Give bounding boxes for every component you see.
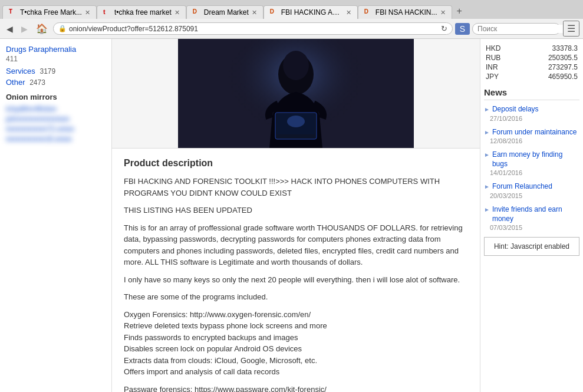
- news-bullet: ►: [484, 183, 490, 190]
- services-count: 3179: [39, 67, 55, 75]
- news-item-title-row: ► Deposit delays: [484, 105, 579, 114]
- reload-icon[interactable]: ↻: [441, 24, 447, 33]
- news-bullet: ►: [484, 129, 490, 136]
- tab-tchka-1[interactable]: T T•chka Free Mark... ✕: [2, 5, 97, 19]
- mirror-link-2[interactable]: jolmmmmmmmmion: [6, 115, 70, 123]
- other-link[interactable]: Other: [6, 78, 25, 87]
- product-para-2: THIS LISTING HAS BEEN UPDATED: [124, 205, 468, 216]
- content-area: Product description FBI HACKING AND FORE…: [112, 39, 480, 392]
- news-bullet: ►: [484, 151, 490, 158]
- svg-point-6: [287, 116, 305, 127]
- category-other[interactable]: Other 2473: [0, 77, 111, 88]
- tab-fbi-nsa[interactable]: D FBI NSA HACKIN... ✕: [358, 5, 452, 19]
- news-item: ► Forum Relaunched 20/03/2015: [484, 182, 579, 199]
- news-item-title-row: ► Invite friends and earn money: [484, 205, 579, 223]
- news-date: 27/10/2016: [484, 115, 579, 122]
- forward-button[interactable]: ▶: [18, 23, 31, 35]
- news-link[interactable]: Earn money by finding bugs: [492, 150, 579, 169]
- currency-value: 33378.3: [518, 44, 579, 53]
- currency-code: INR: [484, 62, 518, 72]
- tab-close-5[interactable]: ✕: [440, 9, 446, 17]
- search-bar-container: [472, 23, 561, 35]
- services-link[interactable]: Services: [6, 67, 35, 75]
- browser-s-button[interactable]: S: [455, 23, 470, 35]
- currency-code: JPY: [484, 72, 518, 81]
- product-para-1: FBI HACKING AND FORENSIC TOOLKIT !!!>>> …: [124, 176, 468, 199]
- product-description: Product description FBI HACKING AND FORE…: [112, 149, 480, 392]
- url-bar-container: 🔒 ↻: [53, 22, 453, 35]
- tab-favicon-2: t: [103, 8, 111, 17]
- tab-fbi-hacking[interactable]: D FBI HACKING AN... ✕: [263, 5, 358, 19]
- currency-code: HKD: [484, 44, 518, 53]
- drugs-link[interactable]: Drugs Paraphernalia: [6, 45, 76, 54]
- tab-dream[interactable]: D Dream Market ✕: [186, 5, 263, 19]
- tab-label-5: FBI NSA HACKIN...: [376, 8, 437, 17]
- news-link[interactable]: Deposit delays: [492, 105, 539, 114]
- product-para-4: I only have so many keys so only the nex…: [124, 274, 468, 286]
- other-count: 2473: [29, 78, 45, 87]
- news-link[interactable]: Forum Relaunched: [492, 182, 552, 192]
- tab-favicon-3: D: [193, 8, 201, 17]
- search-input[interactable]: [477, 25, 566, 33]
- news-link[interactable]: Forum under maintainance: [492, 128, 577, 137]
- browser-menu-button[interactable]: ☰: [563, 21, 579, 37]
- mirror-3[interactable]: mmmmmmm72.onion: [0, 124, 111, 134]
- news-items-container: ► Deposit delays 27/10/2016 ► Forum unde…: [484, 105, 579, 231]
- news-date: 07/03/2015: [484, 224, 579, 231]
- currency-value: 465950.5: [518, 72, 579, 81]
- category-services[interactable]: Services 3179: [0, 65, 111, 77]
- news-item: ► Forum under maintainance 12/08/2016: [484, 128, 579, 145]
- tab-favicon-1: T: [9, 8, 17, 17]
- hint-text: Hint: Javascript enabled: [494, 242, 569, 251]
- nav-bar: ◀ ▶ 🏠 🔒 ↻ S ☰: [0, 19, 583, 39]
- mirror-2[interactable]: jolmmmmmmmmion: [0, 114, 111, 124]
- currency-row: JPY465950.5: [484, 72, 579, 81]
- mirror-link-4[interactable]: mmmmmmm3l.onion: [6, 135, 72, 143]
- product-image: [178, 39, 414, 148]
- svg-point-3: [283, 51, 309, 80]
- tab-label-4: FBI HACKING AN...: [281, 8, 343, 17]
- news-bullet: ►: [484, 106, 490, 113]
- tab-bar: T T•chka Free Mark... ✕ t t•chka free ma…: [0, 0, 583, 19]
- home-button[interactable]: 🏠: [33, 22, 51, 35]
- news-link[interactable]: Invite friends and earn money: [492, 205, 579, 223]
- new-tab-button[interactable]: +: [452, 4, 467, 19]
- category-drugs[interactable]: Drugs Paraphernalia: [0, 44, 111, 55]
- product-para-7: Passware forensics: https://www.passware…: [124, 384, 468, 393]
- tab-label-2: t•chka free market: [114, 8, 172, 17]
- url-input[interactable]: [69, 25, 439, 33]
- news-bullet: ►: [484, 206, 490, 213]
- tab-favicon-5: D: [364, 8, 373, 17]
- back-button[interactable]: ◀: [4, 23, 16, 35]
- currency-row: INR273297.5: [484, 62, 579, 72]
- mirror-link-3[interactable]: mmmmmmm72.onion: [6, 125, 74, 133]
- tab-close-4[interactable]: ✕: [346, 9, 351, 17]
- browser-chrome: T T•chka Free Mark... ✕ t t•chka free ma…: [0, 0, 583, 39]
- product-area: Product description FBI HACKING AND FORE…: [112, 39, 480, 392]
- currency-value: 273297.5: [518, 62, 579, 72]
- tab-close-2[interactable]: ✕: [174, 9, 180, 17]
- product-image-svg: [178, 39, 414, 148]
- currency-code: RUB: [484, 53, 518, 62]
- drugs-count: 411: [0, 55, 111, 65]
- currency-value: 250305.5: [518, 53, 579, 62]
- news-date: 14/01/2016: [484, 169, 579, 176]
- mirror-1[interactable]: lchydifmr4flction: [0, 104, 111, 114]
- lock-icon: 🔒: [58, 25, 67, 32]
- main-area: Drugs Paraphernalia 411 Services 3179 Ot…: [0, 39, 583, 392]
- mirror-4[interactable]: mmmmmmm3l.onion: [0, 134, 111, 144]
- tab-close-3[interactable]: ✕: [252, 9, 257, 17]
- tab-favicon-4: D: [270, 8, 278, 17]
- tab-label-3: Dream Market: [204, 8, 249, 17]
- news-section-title: News: [484, 87, 579, 100]
- product-image-area: [112, 39, 480, 149]
- product-title: Product description: [124, 158, 468, 169]
- left-sidebar: Drugs Paraphernalia 411 Services 3179 Ot…: [0, 39, 112, 392]
- news-item-title-row: ► Earn money by finding bugs: [484, 150, 579, 169]
- tab-close-1[interactable]: ✕: [85, 9, 90, 17]
- tab-label-1: T•chka Free Mark...: [20, 8, 82, 17]
- tab-tchka-2[interactable]: t t•chka free market ✕: [97, 5, 186, 19]
- news-item: ► Invite friends and earn money 07/03/20…: [484, 205, 579, 231]
- mirror-link-1[interactable]: lchydifmr4flction: [6, 105, 57, 113]
- news-item: ► Earn money by finding bugs 14/01/2016: [484, 150, 579, 176]
